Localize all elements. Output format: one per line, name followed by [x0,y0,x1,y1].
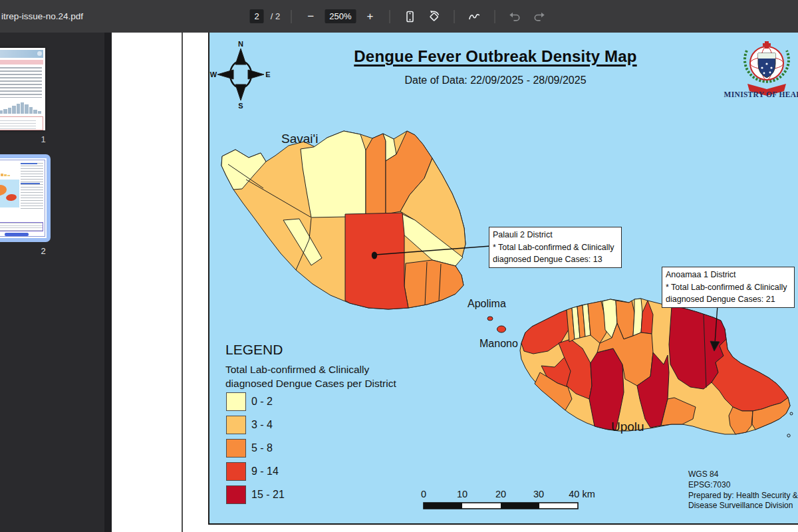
redo-button[interactable] [529,7,548,26]
ministry-of-health-label: MINISTRY OF HEALTH [712,90,798,98]
district-shape [404,260,464,308]
legend-swatch [226,462,246,481]
rotate-button[interactable] [424,7,443,26]
legend-subtitle-line: Total Lab-confirmed & Clinically [225,362,396,376]
manono-island [497,326,506,332]
callout-line: diagnosed Dengue Cases: 13 [493,253,618,266]
compass-s-label: S [238,102,243,110]
page-content-rule [182,33,183,532]
thumb2-text-lines [21,163,43,209]
toolbar-controls: 2 / 2 − 250% + [250,0,549,33]
credits-line: Disease Surveillance Division [688,501,798,511]
savaii-island [221,131,466,309]
toolbar-divider [454,10,454,23]
legend-subtitle-line: diagnosed Dengue Cases per District [225,376,396,390]
thumb2-button-bar [5,233,29,236]
thumbnail-2-label: 2 [37,246,49,256]
upolu-label: Upolu [611,420,644,434]
map-frame: N S W E [208,33,798,525]
legend-label: 9 - 14 [251,462,279,481]
thumb2-mini-map [0,180,19,207]
thumb1-title-band [0,60,43,65]
pdf-viewer-window: itrep-issue-no.24.pdf 2 / 2 − 250% + [0,0,798,532]
thumb1-text-lines [0,67,42,98]
fit-page-icon [403,10,416,23]
callout-line: diagnosed Dengue Cases: 21 [666,293,791,306]
district-shape [589,348,624,430]
scale-tick: 10 [457,489,467,499]
toolbar-divider [291,10,291,23]
undo-icon [508,10,521,23]
thumb1-footer-box [0,116,43,130]
page-number-input[interactable]: 2 [250,9,264,23]
undo-button[interactable] [505,7,524,26]
zoom-in-button[interactable]: + [361,8,378,25]
upolu-island [520,299,790,434]
sidebar-edge [104,33,112,532]
zoom-level[interactable]: 250% [325,9,356,23]
anoamaa1-callout: Anoamaa 1 District * Total Lab-confirmed… [662,267,795,308]
rotate-icon [427,10,440,23]
fit-page-button[interactable] [400,7,419,26]
palauli2-callout: Palauli 2 District * Total Lab-confirmed… [489,227,622,268]
legend-heading: LEGEND [225,342,283,358]
credits-line: EPSG:7030 [688,480,798,491]
map-title: Dengue Fever Outbreak Density Map [209,47,781,66]
scale-tick: 0 [421,489,426,499]
thumbnail-1-label: 1 [37,134,49,144]
document-filename: itrep-issue-no.24.pdf [1,0,83,33]
callout-line: Palauli 2 District [493,229,618,241]
district-shape-palauli2 [345,213,408,309]
legend-swatch [226,392,246,411]
legend-label: 15 - 21 [251,485,285,504]
thumb1-mini-chart [0,100,41,114]
map-credits: WGS 84 EPSG:7030 Prepared by: Health Sec… [688,469,798,511]
scale-tick: 30 [533,489,544,499]
apolima-island [487,317,493,321]
islet [787,434,790,437]
pdf-toolbar: itrep-issue-no.24.pdf 2 / 2 − 250% + [0,0,798,33]
legend-label: 3 - 4 [251,416,273,434]
savaii-label: Savai'i [281,132,318,146]
pen-squiggle-icon [467,10,481,23]
pdf-page: N S W E [112,33,798,532]
credits-line: WGS 84 [688,469,798,480]
thumbnail-page-2-preview [0,158,47,238]
thumb1-header-band [0,50,43,58]
legend-label: 0 - 2 [251,392,273,411]
thumb2-mini-chart [0,163,10,176]
thumb2-banner [0,222,43,231]
scale-tick: 40 km [569,489,595,499]
apolima-label: Apolima [467,298,506,310]
page-total-label: / 2 [271,11,280,21]
thumbnail-page-2-selected[interactable] [0,154,51,242]
annotate-button[interactable] [465,7,483,26]
district-shape [366,134,386,214]
legend-label: 5 - 8 [251,439,273,458]
credits-line: Prepared by: Health Security & [688,491,798,501]
manono-label: Manono [479,338,518,350]
legend-subtitle: Total Lab-confirmed & Clinically diagnos… [225,362,396,390]
islet [790,412,793,415]
map-date-line: Date of Data: 22/09/2025 - 28/09/2025 [209,74,781,86]
legend-swatch [226,416,246,434]
callout-line: * Total Lab-confirmed & Clinically [493,241,618,254]
callout-line: * Total Lab-confirmed & Clinically [666,281,791,294]
redo-icon [532,10,545,23]
toolbar-divider [494,10,495,23]
scale-bar [424,503,578,509]
zoom-out-button[interactable]: − [302,8,319,25]
scale-tick: 20 [495,489,506,499]
toolbar-divider [389,10,390,23]
callout-line: Anoamaa 1 District [666,269,791,281]
legend-swatch [226,439,246,458]
legend-swatch [226,485,246,504]
thumbnail-page-1[interactable] [0,48,45,130]
thumbnail-panel: 1 2 [0,33,104,532]
